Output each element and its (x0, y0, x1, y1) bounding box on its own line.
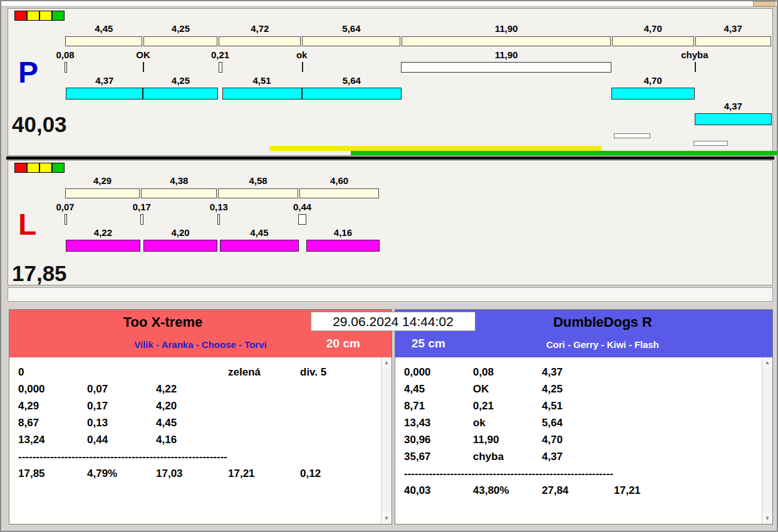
exchange-box (65, 62, 67, 73)
result-row: 0,0000,084,37 (404, 364, 762, 381)
dog-run-bar (306, 240, 380, 252)
result-cell: 4,45 (404, 381, 473, 397)
split-bar (65, 36, 142, 46)
result-cell: chyba (473, 448, 542, 465)
result-cell: 30,96 (404, 431, 473, 448)
dog-time-label: 5,64 (302, 75, 402, 86)
exchange-box (140, 214, 143, 225)
exchange-label: 0,44 (277, 202, 328, 213)
split-time-label: 4,60 (299, 175, 380, 187)
result-cell: 0,000 (18, 381, 87, 397)
status-strip (8, 287, 773, 302)
result-cell: 4,70 (542, 431, 614, 448)
result-row: 13,240,444,16 (18, 431, 381, 448)
signal-strip (269, 146, 601, 151)
dog-time-label: 4,37 (66, 75, 143, 86)
lane-letter: P (18, 58, 38, 88)
dog-run-bar (695, 113, 772, 125)
result-cell: div. 5 (300, 364, 326, 381)
team-members: Cori - Gerry - Kiwi - Flash (395, 339, 772, 350)
dog-time-label: 4,20 (143, 227, 217, 238)
exchange-label: OK (118, 49, 168, 61)
result-row: 4,290,174,20 (18, 397, 381, 414)
split-time-label: 4,29 (65, 175, 140, 187)
team-name: Too X-treme (9, 314, 316, 330)
result-row: 4,45OK4,25 (404, 381, 762, 397)
result-cell: 4,45 (156, 414, 228, 431)
lane-panel-p: P40,034,454,254,725,6411,904,704,370,08O… (8, 8, 773, 156)
status-indicator-box (52, 11, 65, 21)
result-row: 0,0000,074,22 (18, 381, 381, 397)
split-time-label: 4,72 (218, 23, 301, 34)
split-bar (302, 36, 400, 46)
split-time-label: 4,38 (140, 175, 218, 187)
status-indicator-box (14, 163, 27, 173)
split-time-label: 11,90 (401, 23, 611, 34)
result-cell: 4,37 (542, 364, 614, 381)
dog-time-label: 4,45 (220, 227, 298, 238)
result-cell: 4,79% (87, 465, 156, 482)
result-cell: 0,17 (87, 397, 156, 414)
result-row: 0zelenádiv. 5 (18, 364, 381, 381)
exchange-label: 0,21 (195, 49, 246, 61)
status-indicator-box (27, 163, 39, 173)
result-cell: 0,07 (87, 381, 156, 397)
lane-total-time: 40,03 (12, 113, 67, 136)
dog-run-bar (222, 88, 302, 100)
jump-height-label: 25 cm (412, 337, 445, 350)
result-cell: zelená (228, 364, 300, 381)
dog-time-label: 4,25 (143, 75, 218, 86)
dog-time-label: 4,51 (222, 75, 302, 86)
split-time-label: 4,45 (65, 23, 143, 34)
result-cell: 4,20 (156, 397, 228, 414)
separator-row: ----------------------------------------… (404, 465, 762, 482)
result-cell: 13,43 (404, 414, 473, 431)
result-cell: 0,21 (473, 397, 542, 414)
result-cell: 11,90 (473, 431, 542, 448)
split-time-label: 5,64 (301, 23, 401, 34)
result-cell: 4,29 (18, 397, 87, 414)
dog-run-bar (66, 88, 143, 100)
result-cell: 17,21 (228, 465, 300, 482)
result-row: 13,43ok5,64 (404, 414, 762, 431)
exchange-box (219, 62, 222, 73)
dog-time-label: 4,37 (695, 101, 772, 112)
scroll-up-icon[interactable]: ▲ (381, 357, 392, 368)
separator-row: ----------------------------------------… (18, 448, 381, 465)
exchange-box (401, 62, 611, 73)
results-list: 0,0000,084,374,45OK4,258,710,214,5113,43… (395, 357, 762, 524)
vertical-scrollbar[interactable]: ▲ ▼ (381, 357, 392, 524)
dog-run-bar (220, 240, 298, 252)
exchange-label: 0,07 (40, 202, 90, 213)
result-row: 17,854,79%17,0317,210,12 (18, 465, 381, 482)
scroll-up-icon[interactable]: ▲ (762, 357, 772, 368)
result-cell: ok (473, 414, 542, 431)
split-bar (65, 188, 140, 198)
result-row: 40,0343,80%27,8417,21 (404, 482, 762, 499)
scroll-down-icon[interactable]: ▼ (762, 513, 772, 524)
result-cell: 8,67 (18, 414, 87, 431)
split-bar (612, 36, 694, 46)
result-cell: 5,64 (542, 414, 614, 431)
app-window: P40,034,454,254,725,6411,904,704,370,08O… (0, 0, 778, 532)
result-cell: 4,51 (542, 397, 614, 414)
exchange-label: 0,13 (194, 202, 244, 213)
status-indicator-box (14, 11, 27, 21)
vertical-scrollbar[interactable]: ▲ ▼ (762, 357, 772, 524)
result-cell: 0,44 (87, 431, 156, 448)
result-cell: 0,12 (300, 465, 321, 482)
split-bar (219, 36, 301, 46)
dog-run-bar (611, 88, 695, 100)
status-indicator-box (39, 11, 52, 21)
result-cell: 43,80% (473, 482, 542, 499)
result-cell: 35,67 (404, 448, 473, 465)
scroll-down-icon[interactable]: ▼ (381, 513, 392, 524)
status-indicator-box (52, 163, 65, 173)
signal-strip (351, 151, 777, 155)
result-cell: 17,03 (156, 465, 228, 482)
split-time-label: 4,70 (611, 23, 695, 34)
exchange-box (298, 214, 306, 225)
result-cell: 4,25 (542, 381, 614, 397)
lane-letter: L (18, 210, 36, 240)
dog-run-bar (143, 88, 218, 100)
